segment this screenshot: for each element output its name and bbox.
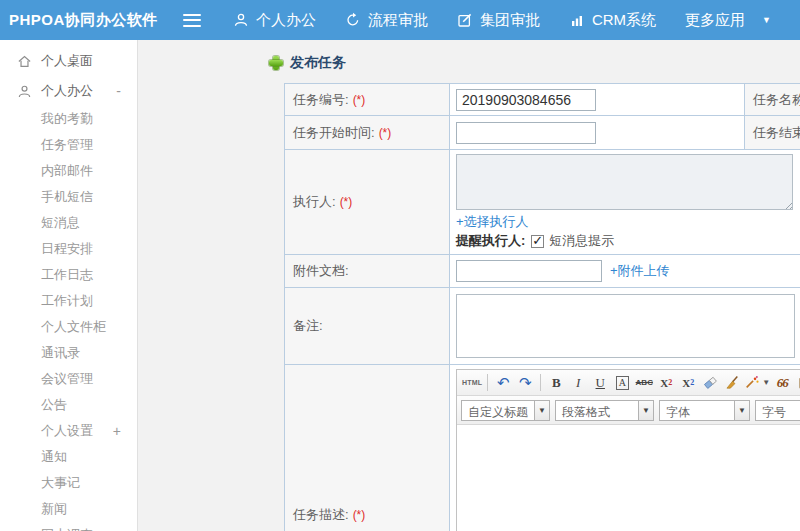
special-effect-button[interactable]: ▼ <box>744 373 770 393</box>
nav-personal-office[interactable]: 个人办公 <box>233 11 316 30</box>
user-icon <box>17 84 32 99</box>
edit-square-icon <box>457 12 473 28</box>
sidebar: 个人桌面 个人办公 - 我的考勤 任务管理 内部邮件 手机短信 短消息 日程安排… <box>0 40 138 531</box>
top-bar: PHPOA协同办公软件 个人办公 流程审批 集团审批 <box>0 0 800 40</box>
sidebar-item-label: 个人办公 <box>41 82 93 100</box>
paste-text-button[interactable] <box>794 373 800 393</box>
custom-heading-select[interactable]: 自定义标题 ▼ <box>461 400 550 421</box>
sidebar-item-contacts[interactable]: 通讯录 <box>0 340 137 366</box>
start-time-label-cell: 任务开始时间:(*) <box>285 116 450 150</box>
page-title-row: 发布任务 <box>269 54 800 72</box>
add-plus-icon <box>269 56 283 70</box>
attachment-label-cell: 附件文档: <box>285 255 450 288</box>
sidebar-item-meeting-management[interactable]: 会议管理 <box>0 366 137 392</box>
end-time-label-cell: 任务结束时间:(*) <box>745 116 800 150</box>
caret-down-icon: ▼ <box>762 378 770 387</box>
sidebar-item-short-message[interactable]: 短消息 <box>0 210 137 236</box>
task-no-label-cell: 任务编号:(*) <box>285 84 450 116</box>
subscript-button[interactable]: X2 <box>678 373 698 393</box>
sidebar-item-internal-mail[interactable]: 内部邮件 <box>0 158 137 184</box>
bar-chart-icon <box>569 12 585 28</box>
redo-button[interactable]: ↷ <box>515 373 535 393</box>
sidebar-item-task-management[interactable]: 任务管理 <box>0 132 137 158</box>
bold-button[interactable]: B <box>546 373 566 393</box>
caret-down-icon: ▼ <box>762 16 771 25</box>
editor-content-area[interactable] <box>457 425 800 531</box>
strikethrough-button[interactable]: ABC <box>634 373 654 393</box>
home-icon <box>17 54 32 69</box>
task-form-table: 任务编号:(*) 任务名称:(*) 任务开始时间:(*) 任务结束时间: <box>284 83 800 531</box>
undo-button[interactable]: ↶ <box>493 373 513 393</box>
remove-format-button[interactable] <box>700 373 720 393</box>
editor-toolbar-row1: HTML ↶ ↷ B I U A ABC X2 X2 <box>457 370 800 396</box>
choose-executor-link[interactable]: +选择执行人 <box>456 213 529 231</box>
top-nav: 个人办公 流程审批 集团审批 CRM系统 更多应用 <box>233 11 800 30</box>
remind-executor-label: 提醒执行人: <box>456 232 525 250</box>
html-source-button[interactable]: HTML <box>462 373 482 393</box>
page-title: 发布任务 <box>290 54 346 72</box>
nav-group-approval[interactable]: 集团审批 <box>457 11 540 30</box>
remark-textarea[interactable] <box>456 294 795 358</box>
sidebar-item-work-plan[interactable]: 工作计划 <box>0 288 137 314</box>
remark-label-cell: 备注: <box>285 288 450 365</box>
process-cycle-icon <box>345 12 361 28</box>
sidebar-item-events[interactable]: 大事记 <box>0 470 137 496</box>
sidebar-item-label: 个人桌面 <box>41 52 93 70</box>
start-time-input[interactable] <box>456 122 596 144</box>
nav-more-apps[interactable]: 更多应用 ▼ <box>685 11 771 30</box>
sidebar-item-file-cabinet[interactable]: 个人文件柜 <box>0 314 137 340</box>
sidebar-item-schedule[interactable]: 日程安排 <box>0 236 137 262</box>
sidebar-item-work-log[interactable]: 工作日志 <box>0 262 137 288</box>
executor-label-cell: 执行人:(*) <box>285 150 450 255</box>
eraser-icon <box>703 375 718 390</box>
clear-format-button[interactable] <box>722 373 742 393</box>
superscript-button[interactable]: X2 <box>656 373 676 393</box>
caret-down-icon: ▼ <box>638 401 653 420</box>
nav-crm-system[interactable]: CRM系统 <box>569 11 656 30</box>
attachment-upload-link[interactable]: +附件上传 <box>610 262 670 280</box>
required-mark: (*) <box>353 93 366 107</box>
sms-remind-label: 短消息提示 <box>549 232 614 250</box>
nav-process-approval[interactable]: 流程审批 <box>345 11 428 30</box>
description-label-cell: 任务描述:(*) <box>285 365 450 531</box>
sidebar-item-news[interactable]: 新闻 <box>0 496 137 522</box>
menu-toggle-icon[interactable] <box>183 14 201 27</box>
task-name-label-cell: 任务名称:(*) <box>745 84 800 116</box>
sms-remind-checkbox[interactable] <box>531 235 544 248</box>
sidebar-item-personal-office[interactable]: 个人办公 - <box>0 76 137 106</box>
italic-button[interactable]: I <box>568 373 588 393</box>
sidebar-item-attendance[interactable]: 我的考勤 <box>0 106 137 132</box>
task-no-input[interactable] <box>456 89 596 111</box>
collapse-icon[interactable]: - <box>116 83 121 99</box>
caret-down-icon: ▼ <box>734 401 749 420</box>
magic-wand-icon <box>744 375 759 390</box>
nav-label: CRM系统 <box>592 11 656 30</box>
sidebar-item-mobile-sms[interactable]: 手机短信 <box>0 184 137 210</box>
nav-label: 更多应用 <box>685 11 745 30</box>
main-content: 发布任务 任务编号:(*) 任务名称:(*) 任务开始时间:(*) <box>138 40 800 531</box>
expand-icon[interactable]: + <box>113 423 121 439</box>
font-size-select[interactable]: 字号 ▼ <box>755 400 800 421</box>
sidebar-item-notice[interactable]: 通知 <box>0 444 137 470</box>
user-icon <box>233 12 249 28</box>
paragraph-format-select[interactable]: 段落格式 ▼ <box>555 400 654 421</box>
nav-label: 流程审批 <box>368 11 428 30</box>
nav-label: 集团审批 <box>480 11 540 30</box>
blockquote-button[interactable]: 66 <box>772 373 792 393</box>
sidebar-item-personal-settings[interactable]: 个人设置 + <box>0 418 137 444</box>
sidebar-item-survey[interactable]: 网上调查 <box>0 522 137 531</box>
font-family-select[interactable]: 字体 ▼ <box>659 400 750 421</box>
required-mark: (*) <box>379 126 392 140</box>
underline-button[interactable]: U <box>590 373 610 393</box>
broom-icon <box>725 375 740 390</box>
editor-toolbar-row2: 自定义标题 ▼ 段落格式 ▼ 字体 ▼ <box>457 396 800 425</box>
attachment-input[interactable] <box>456 260 602 282</box>
app-logo[interactable]: PHPOA协同办公软件 <box>0 11 183 30</box>
char-border-button[interactable]: A <box>612 373 632 393</box>
executor-textarea[interactable] <box>456 154 793 210</box>
nav-label: 个人办公 <box>256 11 316 30</box>
sidebar-item-personal-desktop[interactable]: 个人桌面 <box>0 46 137 76</box>
caret-down-icon: ▼ <box>534 401 549 420</box>
required-mark: (*) <box>353 508 366 522</box>
sidebar-item-announcement[interactable]: 公告 <box>0 392 137 418</box>
